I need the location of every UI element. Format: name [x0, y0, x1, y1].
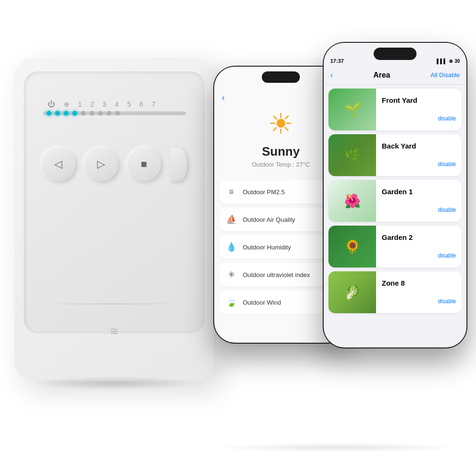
- garden1-name: Garden 1: [382, 185, 456, 196]
- led-9: [115, 111, 120, 116]
- zone8-disable[interactable]: disable: [438, 298, 456, 308]
- back-yard-disable[interactable]: disable: [438, 161, 456, 171]
- ch6-label: 6: [139, 100, 143, 108]
- status-time: 17:37: [330, 58, 344, 64]
- front-yard-info: Front Yard disable: [376, 89, 462, 130]
- next-button-partial: [170, 148, 187, 181]
- back-yard-info: Back Yard disable: [376, 134, 462, 176]
- uv-icon: ✳: [226, 269, 237, 280]
- garden1-thumb: [328, 180, 376, 222]
- battery-label: 30: [455, 59, 460, 64]
- power-label: ⏻: [48, 100, 55, 109]
- ch5-label: 5: [127, 100, 131, 108]
- area-item-garden-2[interactable]: Garden 2 disable: [328, 226, 462, 268]
- pm25-icon: ≡: [226, 187, 237, 197]
- wind-icon: 🍃: [226, 297, 237, 307]
- led-3: [64, 111, 69, 116]
- led-7: [98, 111, 103, 116]
- garden2-info: Garden 2 disable: [376, 226, 462, 268]
- wifi-icon: ⊕: [449, 59, 453, 64]
- led-1: [47, 111, 51, 116]
- back-yard-name: Back Yard: [382, 139, 456, 150]
- all-disable-button[interactable]: All Disable: [431, 71, 460, 79]
- area-nav-title: Area: [373, 71, 390, 79]
- weather-condition: Sunny: [224, 144, 338, 159]
- stop-button[interactable]: ■: [128, 148, 161, 181]
- prev-button[interactable]: ◁: [42, 148, 75, 181]
- dynamic-island-phone1: [262, 71, 300, 83]
- led-bar-area: ⏻ ⊕ 1 2 3 4 5 6 7: [43, 100, 186, 124]
- back-yard-thumb: [328, 134, 376, 176]
- hardware-device: ⏻ ⊕ 1 2 3 4 5 6 7: [14, 57, 214, 381]
- front-yard-thumb: [328, 89, 376, 130]
- garden2-disable[interactable]: disable: [438, 252, 456, 263]
- phone-area: 17:37 ▌▌▌ ⊕ 30 ‹ Area All Disable: [324, 43, 466, 347]
- front-yard-disable[interactable]: disable: [438, 115, 456, 126]
- air-icon: ⛵: [226, 214, 237, 225]
- area-screen: 17:37 ▌▌▌ ⊕ 30 ‹ Area All Disable: [324, 43, 466, 347]
- garden1-disable[interactable]: disable: [438, 207, 456, 217]
- ch3-label: 3: [103, 100, 107, 108]
- zone8-info: Zone 8 disable: [376, 271, 462, 313]
- scene: ⏻ ⊕ 1 2 3 4 5 6 7: [0, 0, 476, 476]
- device-logo: ≋: [109, 325, 119, 338]
- pm25-label: Outdoor PM2.5: [243, 188, 285, 196]
- area-item-zone-8[interactable]: Zone 8 disable: [328, 271, 462, 313]
- play-button[interactable]: ▷: [85, 148, 118, 181]
- device-divider: [24, 303, 205, 305]
- ch1-label: 1: [78, 100, 82, 108]
- garden2-name: Garden 2: [382, 230, 456, 241]
- zone8-thumb: [328, 271, 376, 313]
- led-6: [89, 111, 94, 116]
- garden1-info: Garden 1 disable: [376, 180, 462, 222]
- garden2-thumb: [328, 226, 376, 268]
- ch4-label: 4: [115, 100, 119, 108]
- area-list: Front Yard disable Back Yard disable: [324, 85, 466, 347]
- signal-icon: ▌▌▌: [437, 59, 447, 64]
- phones-container: ‹ ☀ Sunny Outdoor Temp.: 27°C ≡ Outdoor …: [200, 29, 476, 447]
- zone8-name: Zone 8: [382, 276, 456, 287]
- led-labels: ⏻ ⊕ 1 2 3 4 5 6 7: [43, 100, 186, 109]
- phone-area-screen: 17:37 ▌▌▌ ⊕ 30 ‹ Area All Disable: [324, 43, 466, 347]
- device-reflection: [34, 376, 194, 390]
- weather-temp: Outdoor Temp.: 27°C: [224, 161, 338, 168]
- led-5: [81, 111, 86, 116]
- ch7-label: 7: [152, 100, 156, 108]
- weather-back-button[interactable]: ‹: [222, 93, 225, 103]
- dynamic-island-phone2: [374, 48, 416, 60]
- led-2: [55, 111, 60, 116]
- wind-label: Outdoor Wind: [243, 299, 281, 306]
- uv-label: Outdoor ultraviolet index: [243, 271, 310, 278]
- device-inner: ⏻ ⊕ 1 2 3 4 5 6 7: [24, 71, 205, 333]
- humidity-label: Outdoor Humidity: [243, 244, 291, 251]
- phones-reflection: [214, 443, 462, 452]
- area-nav: ‹ Area All Disable: [324, 66, 466, 85]
- sun-icon: ☀: [224, 107, 338, 140]
- area-item-garden-1[interactable]: Garden 1 disable: [328, 180, 462, 222]
- air-label: Outdoor Air Quality: [243, 216, 295, 223]
- area-item-back-yard[interactable]: Back Yard disable: [328, 134, 462, 176]
- ch2-label: 2: [90, 100, 94, 108]
- led-4: [72, 111, 77, 116]
- wifi-label: ⊕: [64, 100, 69, 108]
- area-item-front-yard[interactable]: Front Yard disable: [328, 89, 462, 130]
- led-8: [107, 111, 111, 116]
- humidity-icon: 💧: [226, 242, 237, 252]
- status-bar-right: ▌▌▌ ⊕ 30: [437, 59, 460, 64]
- control-buttons: ◁ ▷ ■: [38, 148, 190, 181]
- front-yard-name: Front Yard: [382, 93, 456, 104]
- led-strip: [43, 111, 186, 115]
- area-back-button[interactable]: ‹: [330, 71, 333, 79]
